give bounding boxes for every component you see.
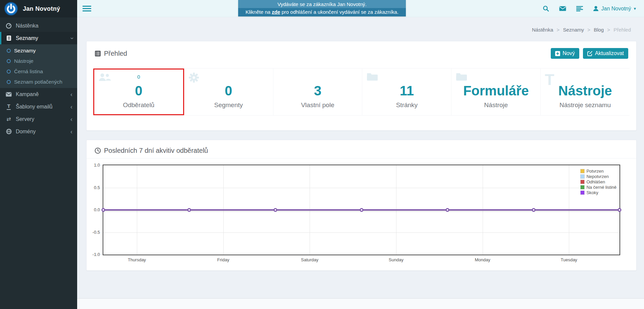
chart-x-label: Sunday xyxy=(389,257,404,262)
brand[interactable]: Jan Novotný xyxy=(0,0,77,17)
chart-y-label: -0.5 xyxy=(85,230,100,235)
sidebar-item-servery[interactable]: ⇄ Servery ‹ xyxy=(0,113,77,125)
legend-item: Skoky xyxy=(580,190,616,195)
stat-card-custom-fields[interactable]: 3 Vlastní pole xyxy=(273,69,363,115)
legend-label: Odhlášen xyxy=(586,179,605,184)
stat-label: Stránky xyxy=(362,101,451,109)
folder-icon xyxy=(366,72,378,83)
legend-item: Na černé listině xyxy=(580,185,616,190)
overview-panel: Přehled Nový Aktualizovat 0 0 xyxy=(86,41,637,131)
chart-y-label: -1.0 xyxy=(85,252,100,257)
chart-data-point xyxy=(618,208,622,212)
submenu-item-label: Seznamy xyxy=(14,48,36,54)
stat-card-subscribers[interactable]: 0 0 Odběratelů xyxy=(93,69,184,115)
breadcrumb-seznamy[interactable]: Seznamy xyxy=(563,27,584,33)
stat-sub-value: 0 xyxy=(94,74,183,80)
stat-value: Nástroje xyxy=(541,84,630,97)
search-icon[interactable] xyxy=(543,5,549,12)
sidebar-menu: Nástěnka Seznamy ‹ Seznamy Nástroje Čern… xyxy=(0,17,77,138)
edit-icon xyxy=(587,51,593,56)
user-icon xyxy=(593,6,599,11)
sidebar-item-domeny[interactable]: Domény ‹ xyxy=(0,125,77,138)
chart-x-label: Saturday xyxy=(301,257,318,262)
submenu-item-cerna-listina[interactable]: Černá listina xyxy=(0,66,77,77)
text-icon: T xyxy=(5,103,12,110)
stat-card-forms[interactable]: Formuláře Nástroje xyxy=(451,69,541,115)
brand-name: Jan Novotný xyxy=(23,5,60,12)
stat-card-tools[interactable]: T Nástroje Nástroje seznamu xyxy=(541,69,630,115)
user-menu[interactable]: Jan Novotný ▾ xyxy=(593,6,636,12)
submenu-item-nastroje[interactable]: Nástroje xyxy=(0,56,77,66)
sidebar-item-kampane[interactable]: Kampaně ‹ xyxy=(0,88,77,100)
logout-impersonation-link[interactable]: zde xyxy=(272,9,280,15)
chart-y-label: 0.5 xyxy=(85,185,100,190)
chart-x-label: Tuesday xyxy=(560,257,577,262)
chart-data-point xyxy=(187,208,191,212)
submenu-item-label: Nástroje xyxy=(14,58,34,64)
chart-data-point xyxy=(445,208,449,212)
folder-icon xyxy=(455,72,468,83)
chart-data-point xyxy=(360,208,363,212)
messages-icon[interactable] xyxy=(559,6,566,11)
list-icon xyxy=(5,35,12,41)
legend-label: Na černé listině xyxy=(586,185,616,190)
legend-item: Nepotvrzen xyxy=(580,174,616,179)
submenu-item-seznamy[interactable]: Seznamy xyxy=(0,45,77,56)
stat-label: Odběratelů xyxy=(94,101,183,109)
footer xyxy=(77,298,644,309)
chart-hgridline xyxy=(103,188,620,188)
chart-legend: PotvrzenNepotvrzenOdhlášenNa černé listi… xyxy=(579,168,618,196)
dashboard-icon xyxy=(5,23,12,29)
stat-label: Nástroje seznamu xyxy=(541,101,630,109)
stat-card-segments[interactable]: 0 Segmenty xyxy=(184,69,273,115)
transfer-icon: ⇄ xyxy=(5,117,12,122)
new-button[interactable]: Nový xyxy=(551,48,579,59)
legend-swatch xyxy=(580,180,585,184)
submenu-item-seznam-potlacenych[interactable]: Seznam potlačených xyxy=(0,77,77,87)
overview-title-row: Přehled xyxy=(95,50,127,57)
sidebar-item-sablony-emailu[interactable]: T Šablony emailů ‹ xyxy=(0,100,77,113)
legend-label: Skoky xyxy=(586,190,598,195)
list-alt-icon xyxy=(95,50,101,57)
breadcrumb-blog[interactable]: Blog xyxy=(594,27,604,33)
impersonation-banner: Vydáváte se za zákazníka Jan Novotný. Kl… xyxy=(238,0,406,16)
caret-down-icon: ▾ xyxy=(634,6,636,11)
stat-value: 0 xyxy=(184,84,273,97)
banner-text: Klikněte na xyxy=(246,9,270,15)
sidebar-item-label: Servery xyxy=(16,116,34,122)
sidebar-item-nastenka[interactable]: Nástěnka xyxy=(0,19,77,32)
submenu-item-label: Černá listina xyxy=(14,69,43,75)
legend-item: Potvrzen xyxy=(580,169,616,174)
sidebar-toggle-button[interactable] xyxy=(83,4,91,13)
circle-icon xyxy=(7,49,11,53)
chevron-left-icon: ‹ xyxy=(70,129,72,135)
stat-value: Formuláře xyxy=(451,84,540,97)
circle-icon xyxy=(7,59,11,63)
chevron-left-icon: ‹ xyxy=(70,104,72,110)
chart-title: Posledních 7 dní akvitiv odběratelů xyxy=(104,147,208,154)
stat-card-pages[interactable]: 11 Stránky xyxy=(362,69,451,115)
chart-x-label: Monday xyxy=(475,257,490,262)
breadcrumb: Nástěnka > Seznamy > Blog > Přehled xyxy=(531,27,632,33)
sidebar-submenu: Seznamy Nástroje Černá listina Seznam po… xyxy=(0,44,77,88)
new-button-label: Nový xyxy=(562,50,575,56)
legend-swatch xyxy=(580,185,585,189)
sidebar-item-label: Seznamy xyxy=(16,35,38,41)
stat-label: Nástroje xyxy=(451,101,540,109)
sidebar-item-label: Šablony emailů xyxy=(16,104,52,110)
legend-item: Odhlášen xyxy=(580,179,616,184)
chevron-down-icon: ‹ xyxy=(68,37,74,39)
sidebar-item-seznamy[interactable]: Seznamy ‹ xyxy=(0,32,77,44)
chart-hgridline xyxy=(103,232,620,233)
chart-data-point xyxy=(102,208,105,212)
stat-value: 11 xyxy=(362,84,451,97)
chart-data-point xyxy=(273,208,277,212)
chart-data-point xyxy=(532,208,535,212)
breadcrumb-nastenka[interactable]: Nástěnka xyxy=(532,27,553,33)
globe-icon xyxy=(5,129,12,134)
circle-icon xyxy=(7,70,11,74)
tasks-icon[interactable] xyxy=(576,6,583,11)
breadcrumb-separator: > xyxy=(587,27,590,33)
update-button[interactable]: Aktualizovat xyxy=(583,48,628,59)
submenu-item-label: Seznam potlačených xyxy=(14,79,62,85)
